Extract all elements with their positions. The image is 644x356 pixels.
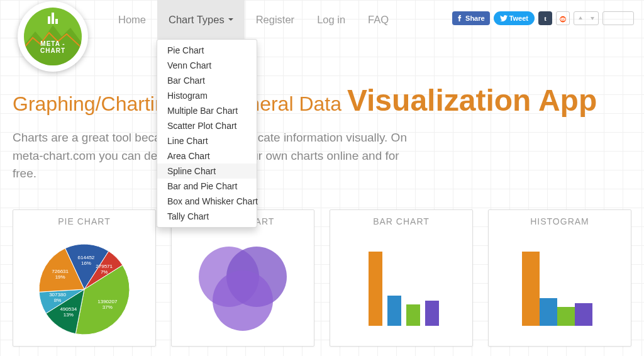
dropdown-item[interactable]: Pie Chart	[157, 43, 257, 58]
share-reddit-button[interactable]	[556, 11, 570, 25]
dropdown-item[interactable]: Bar Chart	[157, 73, 257, 88]
svg-text:13%: 13%	[64, 311, 74, 317]
chart-types-dropdown: Pie ChartVenn ChartBar ChartHistogramMul…	[157, 39, 257, 228]
svg-rect-24	[406, 304, 420, 326]
dropdown-item[interactable]: Spline Chart	[157, 164, 257, 179]
share-twitter-button[interactable]: Tweet	[494, 11, 535, 25]
nav-chart-types[interactable]: Chart Types	[157, 0, 245, 39]
svg-text:726631: 726631	[52, 269, 69, 274]
dropdown-item[interactable]: Scatter Plot Chart	[157, 118, 257, 133]
nav-faq[interactable]: FAQ	[357, 0, 400, 39]
dropdown-item[interactable]: Tally Chart	[157, 209, 257, 224]
card-title: HISTOGRAM	[530, 216, 589, 226]
page-title: Graphing/Charting and General Data Visua…	[13, 83, 631, 118]
brand-text-1: META -	[24, 40, 82, 47]
svg-point-21	[213, 270, 273, 331]
dropdown-item[interactable]: Venn Chart	[157, 58, 257, 73]
nav-home[interactable]: Home	[107, 0, 157, 39]
svg-rect-23	[387, 296, 401, 326]
vote-counter	[602, 11, 634, 25]
card-bar-chart[interactable]: BAR CHART	[330, 209, 473, 347]
svg-rect-0	[48, 16, 50, 24]
svg-text:307380: 307380	[49, 291, 66, 297]
share-facebook-button[interactable]: Share	[452, 11, 490, 25]
caret-down-icon	[228, 18, 233, 21]
dropdown-item[interactable]: Bar and Pie Chart	[157, 179, 257, 194]
dropdown-item[interactable]: Multiple Bar Chart	[157, 103, 257, 118]
dropdown-item[interactable]: Line Chart	[157, 133, 257, 148]
svg-text:8%: 8%	[54, 297, 62, 303]
svg-rect-1	[52, 13, 54, 24]
share-tumblr-button[interactable]: t	[538, 11, 552, 25]
svg-text:614452: 614452	[78, 255, 95, 260]
card-pie-chart[interactable]: PIE CHART 61445216%2795717%139020737%490…	[13, 209, 156, 347]
svg-rect-25	[425, 301, 439, 326]
dropdown-item[interactable]: Box and Whisker Chart	[157, 194, 257, 209]
svg-rect-27	[540, 298, 557, 326]
svg-point-5	[562, 18, 563, 19]
svg-rect-26	[522, 252, 540, 326]
brand-logo[interactable]: META - CHART	[18, 1, 88, 72]
dropdown-item[interactable]: Histogram	[157, 88, 257, 103]
svg-text:490534: 490534	[60, 306, 77, 311]
svg-text:1390207: 1390207	[97, 299, 118, 304]
svg-text:37%: 37%	[103, 304, 113, 310]
svg-text:279571: 279571	[96, 263, 113, 269]
svg-rect-29	[575, 303, 592, 326]
card-venn-chart[interactable]: VENN CHART	[171, 209, 314, 347]
nav-chart-types-label: Chart Types	[169, 14, 225, 26]
svg-rect-2	[55, 19, 58, 24]
dropdown-item[interactable]: Area Chart	[157, 148, 257, 164]
card-title: BAR CHART	[373, 216, 430, 226]
svg-text:19%: 19%	[55, 274, 65, 280]
svg-text:7%: 7%	[101, 269, 108, 274]
card-title: PIE CHART	[58, 216, 110, 226]
card-histogram[interactable]: HISTOGRAM	[488, 209, 631, 347]
upvote-icon[interactable]	[574, 12, 586, 25]
svg-point-6	[564, 18, 565, 19]
downvote-icon[interactable]	[586, 12, 598, 25]
vote-arrows[interactable]	[574, 11, 599, 25]
svg-text:16%: 16%	[81, 260, 91, 266]
svg-rect-22	[369, 252, 382, 326]
nav-register[interactable]: Register	[245, 0, 306, 39]
nav-login[interactable]: Log in	[306, 0, 357, 39]
brand-text-2: CHART	[24, 47, 82, 54]
svg-rect-28	[557, 307, 575, 326]
